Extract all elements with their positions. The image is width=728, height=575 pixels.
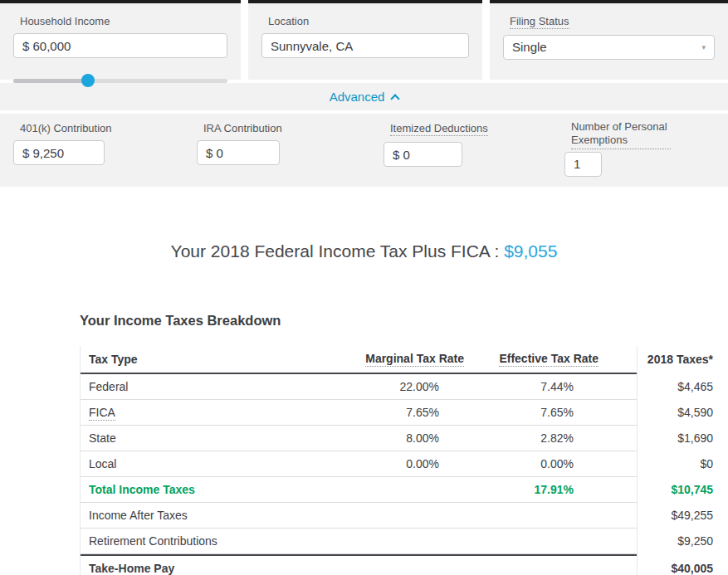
location-input[interactable] xyxy=(261,33,469,58)
itemized-deductions-input[interactable] xyxy=(384,142,462,167)
ira-contribution-group: IRA Contribution xyxy=(197,120,384,187)
income-taxes-breakdown: Your Income Taxes Breakdown Tax TypeMarg… xyxy=(80,313,638,575)
row-value: 2.82% xyxy=(540,431,574,445)
row-value: 17.91% xyxy=(535,483,574,496)
column-header: 2018 Taxes* xyxy=(647,353,713,366)
row-value: $4,465 xyxy=(677,380,713,393)
advanced-fields: 401(k) Contribution IRA Contribution Ite… xyxy=(0,114,728,187)
column-header[interactable]: Effective Tax Rate xyxy=(499,352,599,367)
row-value: $1,690 xyxy=(677,431,713,445)
filing-status-label[interactable]: Filing Status xyxy=(510,15,569,29)
table-row: State8.00%2.82%$1,690 xyxy=(81,426,637,451)
slider-handle[interactable] xyxy=(81,74,95,87)
row-label: State xyxy=(89,431,116,445)
table-row: Total Income Taxes17.91%$10,745 xyxy=(81,477,637,503)
filing-status-select[interactable]: Single ▾ xyxy=(503,35,715,60)
401k-contribution-input[interactable] xyxy=(13,140,105,165)
tax-headline-amount: $9,055 xyxy=(504,241,557,261)
chevron-up-icon xyxy=(391,94,400,103)
ira-contribution-input[interactable] xyxy=(197,140,280,165)
row-value: 22.00% xyxy=(400,380,439,393)
row-value: 7.65% xyxy=(406,406,439,419)
row-label: Income After Taxes xyxy=(89,509,188,522)
table-row: Income After Taxes$49,255 xyxy=(81,503,637,529)
filing-status-panel: Filing Status Single ▾ xyxy=(490,0,728,80)
household-income-input[interactable] xyxy=(13,33,227,58)
row-label: Take-Home Pay xyxy=(89,562,174,575)
income-slider[interactable] xyxy=(13,74,227,87)
row-value: 7.65% xyxy=(540,406,574,419)
tax-headline-text: Your 2018 Federal Income Tax Plus FICA : xyxy=(171,241,500,261)
row-value: $10,745 xyxy=(671,483,713,496)
household-income-label: Household Income xyxy=(20,15,110,27)
row-value: 0.00% xyxy=(540,457,574,470)
ira-contribution-label: IRA Contribution xyxy=(203,122,282,134)
calculator-inputs: Household Income Location Filing Status … xyxy=(0,0,728,80)
personal-exemptions-input[interactable] xyxy=(564,152,602,177)
column-header[interactable]: Marginal Tax Rate xyxy=(365,352,464,367)
personal-exemptions-group: Number of Personal Exemptions xyxy=(564,120,715,187)
personal-exemptions-label[interactable]: Number of Personal Exemptions xyxy=(571,120,671,149)
slider-fill xyxy=(13,79,88,83)
row-value: $40,005 xyxy=(671,562,713,575)
row-value: 0.00% xyxy=(406,457,439,470)
table-row: FICA7.65%7.65%$4,590 xyxy=(81,400,637,426)
breakdown-title: Your Income Taxes Breakdown xyxy=(80,313,638,329)
itemized-deductions-label[interactable]: Itemized Deductions xyxy=(390,122,488,136)
itemized-deductions-group: Itemized Deductions xyxy=(384,120,564,187)
row-label[interactable]: FICA xyxy=(89,406,115,421)
slider-track xyxy=(13,79,227,83)
row-value: $4,590 xyxy=(677,406,713,419)
row-label: Local xyxy=(89,457,116,470)
advanced-toggle[interactable]: Advanced xyxy=(330,90,399,104)
advanced-toggle-label: Advanced xyxy=(330,90,385,104)
tax-headline: Your 2018 Federal Income Tax Plus FICA :… xyxy=(0,241,728,261)
row-value: 8.00% xyxy=(406,431,439,445)
column-header: Tax Type xyxy=(89,353,138,366)
table-row: Local0.00%0.00%$0 xyxy=(81,451,637,477)
filing-status-value: Single xyxy=(512,40,547,54)
row-value: 7.44% xyxy=(540,380,574,393)
table-row: Retirement Contributions$9,250 xyxy=(81,529,637,554)
location-panel: Location xyxy=(248,0,482,80)
table-row: Take-Home Pay$40,005 xyxy=(81,554,637,575)
household-income-panel: Household Income xyxy=(0,0,241,80)
row-value: $49,255 xyxy=(671,509,713,522)
row-label: Total Income Taxes xyxy=(89,483,195,496)
401k-contribution-label: 401(k) Contribution xyxy=(20,122,112,134)
tax-calculator-page: Household Income Location Filing Status … xyxy=(0,0,728,575)
row-label: Federal xyxy=(89,380,128,393)
chevron-down-icon: ▾ xyxy=(701,36,706,59)
row-value: $9,250 xyxy=(677,534,713,548)
401k-contribution-group: 401(k) Contribution xyxy=(13,120,197,187)
location-label: Location xyxy=(268,15,309,27)
row-label: Retirement Contributions xyxy=(89,534,217,548)
row-value: $0 xyxy=(700,457,713,470)
table-header-row: Tax TypeMarginal Tax RateEffective Tax R… xyxy=(81,346,637,374)
tax-breakdown-table: Tax TypeMarginal Tax RateEffective Tax R… xyxy=(80,346,638,575)
table-row: Federal22.00%7.44%$4,465 xyxy=(81,374,637,400)
